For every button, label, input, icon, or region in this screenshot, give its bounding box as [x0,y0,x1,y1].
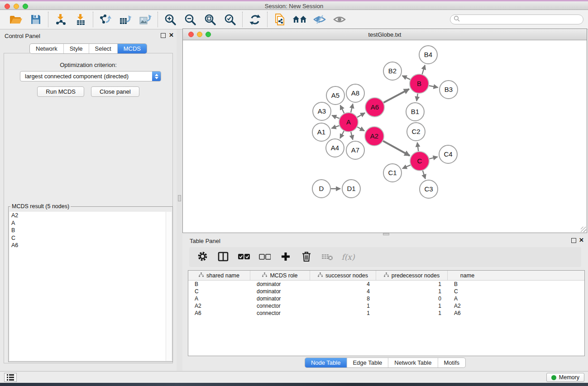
table-cell[interactable]: A6 [188,310,250,317]
table-close-icon[interactable]: ✕ [579,237,584,244]
result-node-item[interactable]: A [10,219,172,227]
tab-style[interactable]: Style [63,44,89,53]
table-float-icon[interactable] [571,238,576,243]
graph-edge-C-C4[interactable] [429,157,437,159]
tab-network[interactable]: Network [30,44,63,53]
column-header-shared-name[interactable]: shared name [188,271,250,280]
unselect-all-checkboxes-button[interactable] [258,250,272,264]
graph-edge-B-B3[interactable] [429,86,438,87]
graph-node-A5[interactable]: A5 [326,86,344,105]
table-cell[interactable]: B [188,281,250,288]
graph-node-C2[interactable]: C2 [407,123,425,141]
graph-edge-A2-C[interactable] [383,141,410,156]
resize-grip-icon[interactable] [581,227,586,232]
tab-network-table[interactable]: Network Table [388,358,437,367]
graph-edge-C-C2[interactable] [417,143,418,151]
criterion-dropdown[interactable]: largest connected component (directed) [20,71,161,81]
zoom-fit-button[interactable] [202,12,218,27]
refresh-network-button[interactable] [247,12,263,27]
zoom-out-button[interactable] [182,12,198,27]
table-cell[interactable]: B [448,281,487,288]
result-node-item[interactable]: B [10,227,172,234]
table-cell[interactable]: A2 [448,302,487,310]
import-table-button[interactable] [73,12,88,27]
search-input[interactable] [462,16,583,23]
export-table-button[interactable] [118,12,133,27]
memory-button[interactable]: Memory [546,373,584,382]
duplicate-network-button[interactable] [272,12,287,27]
graph-node-C3[interactable]: C3 [420,180,438,198]
float-panel-icon[interactable] [161,33,166,38]
graph-node-A3[interactable]: A3 [313,102,331,120]
graph-node-A[interactable]: A [339,113,358,132]
result-list-scrollbar[interactable] [166,212,172,361]
column-header-predecessor-nodes[interactable]: predecessor nodes [376,271,448,280]
graph-edge-A-A8[interactable] [351,104,353,112]
settings-gear-button[interactable] [196,250,209,264]
network-graph-canvas[interactable]: B4B2BB3A8A5A6A3B1AC2A1A2A4A7C4CC1C3DD1 [183,40,587,233]
result-node-item[interactable]: A2 [10,212,172,219]
graph-edge-B-B2[interactable] [402,76,410,79]
export-image-button[interactable] [138,12,153,27]
table-cell[interactable]: dominator [250,295,310,302]
graph-node-A6[interactable]: A6 [365,98,384,117]
table-cell[interactable]: 1 [376,281,448,288]
add-row-button[interactable] [279,250,292,264]
graph-edge-A6-B[interactable] [383,89,409,103]
hide-network-eye-button[interactable] [312,12,327,27]
graph-edge-A-A1[interactable] [332,126,339,129]
table-cell[interactable]: 8 [310,295,376,302]
graph-node-A4[interactable]: A4 [326,139,344,157]
close-panel-button[interactable]: Close panel [91,86,139,97]
graph-edge-A-A2[interactable] [357,127,364,131]
graph-edge-B-B4[interactable] [422,65,425,74]
home-networks-button[interactable] [292,12,307,27]
close-panel-icon[interactable]: ✕ [169,32,174,39]
graph-node-C4[interactable]: C4 [439,145,457,163]
table-cell[interactable]: A [188,295,250,302]
graph-node-B2[interactable]: B2 [383,62,402,80]
graph-edge-B-B1[interactable] [416,94,417,101]
graph-node-B[interactable]: B [410,74,429,93]
graph-node-C[interactable]: C [410,152,429,171]
table-cell[interactable]: 1 [376,288,448,295]
column-header-successor-nodes[interactable]: successor nodes [310,271,376,280]
graph-node-B3[interactable]: B3 [440,81,458,99]
table-row[interactable]: A2connector11A2 [188,302,584,310]
table-cell[interactable]: 1 [310,310,376,317]
save-session-button[interactable] [28,12,43,27]
horizontal-split-handle[interactable] [383,233,389,235]
graph-edge-A-A4[interactable] [340,131,344,138]
table-cell[interactable]: dominator [250,281,310,288]
result-node-item[interactable]: A6 [10,242,172,249]
table-cell[interactable]: 4 [310,288,376,295]
graph-edge-A-A6[interactable] [357,113,365,117]
tab-mcds[interactable]: MCDS [117,44,147,53]
network-window-titlebar[interactable]: testGlobe.txt [183,29,587,40]
graph-node-D1[interactable]: D1 [342,180,360,198]
run-mcds-button[interactable]: Run MCDS [37,86,84,97]
graph-edge-A-A7[interactable] [351,132,353,139]
graph-node-C1[interactable]: C1 [383,164,402,182]
graph-edge-C-C3[interactable] [423,171,425,179]
select-all-checkboxes-button[interactable] [237,250,251,264]
graph-node-A2[interactable]: A2 [365,127,384,146]
graph-node-B4[interactable]: B4 [419,46,437,64]
table-cell[interactable]: 4 [310,281,376,288]
tab-motifs[interactable]: Motifs [437,358,465,367]
zoom-in-button[interactable] [163,12,178,27]
table-cell[interactable]: C [448,288,487,295]
split-handle-icon[interactable] [178,195,181,201]
column-header-MCDS-role[interactable]: MCDS role [250,271,310,280]
table-row[interactable]: Cdominator41C [188,288,584,295]
zoom-selected-button[interactable] [222,12,238,27]
graph-node-D[interactable]: D [312,180,330,198]
export-network-button[interactable] [98,12,113,27]
tab-select[interactable]: Select [89,44,117,53]
graph-edge-A-A5[interactable] [340,105,344,114]
column-view-button[interactable] [216,250,230,264]
table-row[interactable]: Bdominator41B [188,281,584,288]
table-cell[interactable]: dominator [250,288,310,295]
column-header-name[interactable]: name [448,271,487,280]
search-box[interactable] [450,14,583,24]
